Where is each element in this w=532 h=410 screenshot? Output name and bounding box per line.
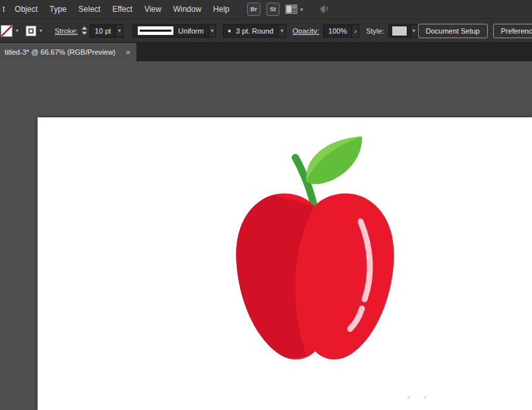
fill-swatch-none[interactable]: [1, 25, 13, 37]
menu-item-help[interactable]: Help: [207, 5, 235, 14]
bridge-icon[interactable]: Br: [247, 3, 260, 16]
stroke-ring-icon: [28, 28, 34, 34]
menu-item-object[interactable]: Object: [9, 5, 44, 14]
menu-item-edit-partial[interactable]: t: [1, 5, 9, 14]
none-fill-icon: [1, 26, 12, 36]
menubar-icon-group: Br St ▼: [247, 3, 331, 16]
chevron-down-icon: ▼: [299, 7, 304, 12]
graphic-style-dropdown[interactable]: [388, 24, 411, 38]
style-label: Style:: [366, 27, 384, 35]
uniform-profile-icon: [138, 26, 173, 35]
control-bar: ▼ ▼ Stroke: 10 pt ▼ Uniform ▼ 3 pt. Roun…: [0, 19, 532, 43]
close-tab-icon[interactable]: ×: [120, 48, 131, 57]
style-swatch-icon: [392, 26, 407, 36]
width-profile-value: Uniform: [178, 27, 204, 35]
brush-dropdown-button[interactable]: ▼: [279, 24, 286, 38]
watermark-dot: [407, 396, 410, 399]
opacity-panel-link[interactable]: Opacity:: [293, 27, 319, 35]
opacity-flyout-button[interactable]: ›: [352, 24, 359, 38]
menu-item-type[interactable]: Type: [44, 5, 73, 14]
workspace-switcher[interactable]: ▼: [285, 5, 304, 14]
chevron-down-icon: ▼: [411, 28, 416, 33]
chevron-down-icon: ▼: [210, 28, 214, 33]
watermark-dot: [424, 396, 427, 399]
document-tab-bar: titled-3* @ 66.67% (RGB/Preview) ×: [0, 43, 532, 61]
chevron-down-icon: ▼: [117, 28, 122, 33]
menu-item-select[interactable]: Select: [73, 5, 106, 14]
stroke-swatch[interactable]: [26, 26, 36, 36]
stroke-weight-stepper[interactable]: [82, 26, 87, 35]
artboard[interactable]: [38, 117, 532, 410]
width-profile-dropdown-button[interactable]: ▼: [209, 24, 216, 38]
share-feedback-button[interactable]: [319, 4, 331, 15]
workspace-layout-icon: [285, 5, 297, 14]
opacity-field[interactable]: 100%: [323, 24, 352, 38]
chevron-down-icon: ▼: [280, 28, 284, 33]
menu-item-window[interactable]: Window: [167, 5, 208, 14]
chevron-down-icon: ▼: [39, 28, 44, 33]
canvas-pasteboard[interactable]: [0, 61, 532, 410]
stepper-up-icon: [82, 26, 87, 30]
menu-bar: t Object Type Select Effect View Window …: [0, 0, 532, 19]
apple-illustration[interactable]: [38, 117, 532, 410]
document-tab-title: titled-3* @ 66.67% (RGB/Preview): [5, 48, 115, 56]
stock-icon[interactable]: St: [266, 3, 280, 16]
stroke-weight-dropdown[interactable]: ▼: [116, 24, 123, 38]
stroke-panel-link[interactable]: Stroke:: [55, 27, 78, 35]
preferences-button[interactable]: Preferences: [493, 24, 532, 38]
brush-preview-icon: [228, 30, 231, 32]
share-icon: [319, 4, 331, 15]
width-profile-dropdown[interactable]: Uniform: [133, 24, 209, 38]
menu-item-effect[interactable]: Effect: [106, 5, 138, 14]
document-tab[interactable]: titled-3* @ 66.67% (RGB/Preview) ×: [0, 43, 136, 61]
fill-swatch-dropdown[interactable]: ▼: [13, 25, 22, 37]
stroke-swatch-dropdown[interactable]: ▼: [36, 25, 45, 37]
stroke-weight-field[interactable]: 10 pt: [90, 24, 116, 38]
graphic-style-dropdown-button[interactable]: ▼: [411, 24, 418, 38]
brush-value: 3 pt. Round: [236, 27, 274, 35]
menu-item-view[interactable]: View: [138, 5, 167, 14]
brush-definition-dropdown[interactable]: 3 pt. Round: [223, 24, 279, 38]
chevron-down-icon: ▼: [15, 28, 20, 33]
stepper-down-icon: [82, 32, 87, 35]
document-setup-button[interactable]: Document Setup: [418, 24, 488, 38]
